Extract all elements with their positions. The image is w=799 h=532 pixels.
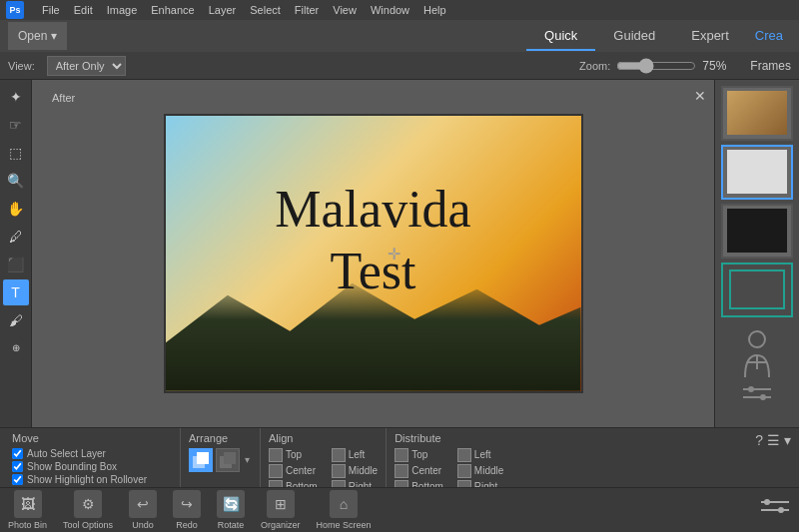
frame-thumb-2[interactable] bbox=[721, 145, 793, 200]
frame-thumb-3[interactable] bbox=[721, 204, 793, 259]
menu-layer[interactable]: Layer bbox=[209, 4, 237, 16]
rotate-button[interactable]: 🔄 Rotate bbox=[217, 490, 245, 530]
main-layout: ✦ ☞ ⬚ 🔍 ✋ 🖊 ⬛ T 🖌 ⊕ After ✕ Malavida Tes… bbox=[0, 80, 799, 427]
undo-label: Undo bbox=[132, 520, 154, 530]
organizer-button[interactable]: ⊞ Organizer bbox=[261, 490, 301, 530]
distribute-middle-label: Middle bbox=[474, 465, 503, 476]
app-window: Ps File Edit Image Enhance Layer Select … bbox=[0, 0, 799, 532]
home-screen-icon: ⌂ bbox=[330, 490, 358, 518]
lasso-tool[interactable]: ⬚ bbox=[3, 140, 29, 166]
move-title: Move bbox=[12, 432, 168, 444]
tab-expert[interactable]: Expert bbox=[673, 22, 747, 51]
svg-rect-8 bbox=[197, 452, 209, 464]
photo-bin-label: Photo Bin bbox=[8, 520, 47, 530]
distribute-top-button[interactable]: Top bbox=[395, 448, 443, 462]
align-middle-button[interactable]: Middle bbox=[332, 464, 378, 478]
list-icon[interactable]: ☰ bbox=[767, 432, 780, 448]
menu-file[interactable]: File bbox=[42, 4, 60, 16]
hand-tool[interactable]: ✋ bbox=[3, 196, 29, 222]
sliders-icon bbox=[741, 383, 773, 407]
move-tool[interactable]: ✦ bbox=[3, 84, 29, 110]
frame-thumb-1[interactable] bbox=[721, 86, 793, 141]
select-tool[interactable]: ☞ bbox=[3, 112, 29, 138]
close-canvas-button[interactable]: ✕ bbox=[694, 88, 706, 104]
menu-enhance[interactable]: Enhance bbox=[151, 4, 194, 16]
person-icon-area bbox=[719, 327, 795, 377]
align-center-label: Center bbox=[286, 465, 316, 476]
show-bounding-checkbox[interactable] bbox=[12, 461, 23, 472]
zoom-slider[interactable] bbox=[616, 58, 696, 74]
show-highlight-checkbox[interactable] bbox=[12, 474, 23, 485]
svg-point-5 bbox=[748, 386, 754, 392]
svg-point-13 bbox=[764, 499, 770, 505]
distribute-middle-button[interactable]: Middle bbox=[457, 464, 503, 478]
svg-point-14 bbox=[778, 507, 784, 513]
rotate-label: Rotate bbox=[218, 520, 245, 530]
arrange-dropdown[interactable]: ▾ bbox=[243, 448, 252, 472]
expand-icon[interactable]: ▾ bbox=[784, 432, 791, 448]
frames-label: Frames bbox=[750, 59, 791, 73]
undo-button[interactable]: ↩ Undo bbox=[129, 490, 157, 530]
align-left-label: Left bbox=[349, 449, 366, 460]
left-toolbar: ✦ ☞ ⬚ 🔍 ✋ 🖊 ⬛ T 🖌 ⊕ bbox=[0, 80, 32, 427]
menu-edit[interactable]: Edit bbox=[74, 4, 93, 16]
menu-help[interactable]: Help bbox=[423, 4, 446, 16]
menu-view[interactable]: View bbox=[333, 4, 357, 16]
eraser-tool[interactable]: ⬛ bbox=[3, 252, 29, 277]
align-title: Align bbox=[269, 432, 378, 444]
align-left-button[interactable]: Left bbox=[332, 448, 378, 462]
arrange-icon-1[interactable] bbox=[189, 448, 213, 472]
tab-guided[interactable]: Guided bbox=[595, 22, 673, 51]
text-tool[interactable]: T bbox=[3, 279, 29, 305]
align-middle-icon bbox=[332, 464, 346, 478]
menu-select[interactable]: Select bbox=[250, 4, 281, 16]
distribute-left-button[interactable]: Left bbox=[457, 448, 503, 462]
brush-tool[interactable]: 🖊 bbox=[3, 224, 29, 250]
svg-rect-10 bbox=[224, 452, 236, 464]
home-screen-label: Home Screen bbox=[317, 520, 372, 530]
menu-filter[interactable]: Filter bbox=[295, 4, 319, 16]
view-select[interactable]: After Only bbox=[47, 56, 126, 76]
distribute-left-label: Left bbox=[474, 449, 491, 460]
photo-bin-button[interactable]: 🖼 Photo Bin bbox=[8, 490, 47, 530]
distribute-left-icon bbox=[457, 448, 471, 462]
open-dropdown-icon[interactable]: ▾ bbox=[51, 29, 57, 43]
align-middle-label: Middle bbox=[349, 465, 378, 476]
open-button[interactable]: Open ▾ bbox=[8, 22, 67, 50]
move-tool-2[interactable]: ⊕ bbox=[3, 335, 29, 361]
show-bounding-label: Show Bounding Box bbox=[27, 461, 117, 472]
help-icon[interactable]: ? bbox=[755, 432, 763, 448]
frame-thumb-4[interactable] bbox=[721, 263, 793, 317]
help-icons-area: ? ☰ ▾ bbox=[747, 428, 799, 487]
tab-quick[interactable]: Quick bbox=[526, 22, 595, 51]
zoom-label: Zoom: bbox=[579, 60, 610, 72]
arrange-icon-2[interactable] bbox=[216, 448, 240, 472]
arrange-section: Arrange ▾ bbox=[180, 428, 260, 487]
organizer-icon: ⊞ bbox=[267, 490, 295, 518]
canvas-crosshair: ✛ bbox=[388, 244, 400, 263]
paint-tool[interactable]: 🖌 bbox=[3, 307, 29, 333]
menu-window[interactable]: Window bbox=[371, 4, 409, 16]
auto-select-checkbox[interactable] bbox=[12, 448, 23, 459]
view-label: View: bbox=[8, 60, 35, 72]
second-bar: Open ▾ Quick Guided Expert Crea bbox=[0, 20, 799, 53]
distribute-title: Distribute bbox=[395, 432, 503, 444]
tool-options-button[interactable]: ⚙ Tool Options bbox=[63, 490, 113, 530]
distribute-center-button[interactable]: Center bbox=[395, 464, 443, 478]
home-screen-button[interactable]: ⌂ Home Screen bbox=[317, 490, 372, 530]
align-center-button[interactable]: Center bbox=[269, 464, 318, 478]
distribute-center-icon bbox=[395, 464, 408, 478]
distribute-top-icon bbox=[395, 448, 408, 462]
show-highlight-row: Show Highlight on Rollover bbox=[12, 474, 168, 485]
crea-button[interactable]: Crea bbox=[747, 22, 791, 51]
menu-image[interactable]: Image bbox=[107, 4, 138, 16]
tool-options-label: Tool Options bbox=[63, 520, 113, 530]
zoom-tool[interactable]: 🔍 bbox=[3, 168, 29, 194]
adjustments-icon-area bbox=[719, 383, 795, 407]
redo-button[interactable]: ↪ Redo bbox=[173, 490, 201, 530]
distribute-center-label: Center bbox=[411, 465, 441, 476]
align-top-button[interactable]: Top bbox=[269, 448, 318, 462]
auto-select-label: Auto Select Layer bbox=[27, 448, 106, 459]
redo-label: Redo bbox=[176, 520, 198, 530]
adjustments-button[interactable] bbox=[759, 496, 791, 523]
